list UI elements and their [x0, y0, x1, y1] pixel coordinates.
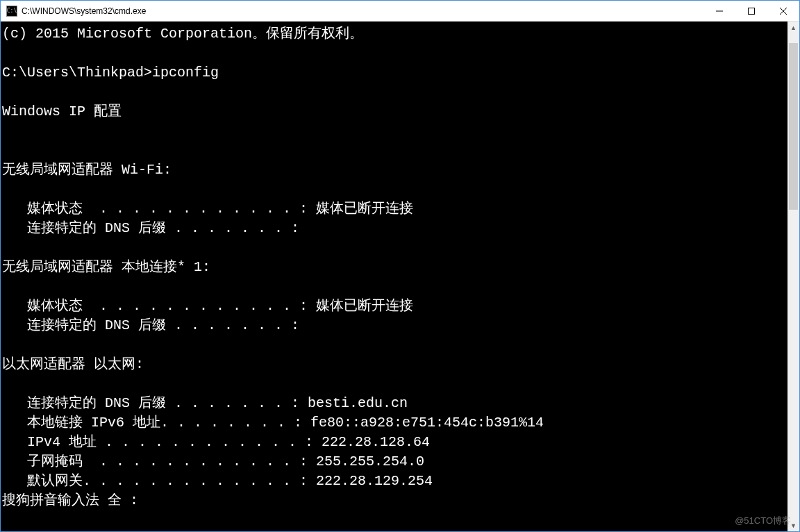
- cmd-icon-label: C:\: [7, 8, 17, 14]
- adapter-wifi-title: 无线局域网适配器 Wi-Fi:: [2, 162, 172, 178]
- adapter-local1-media-state: 媒体状态 . . . . . . . . . . . . : 媒体已断开连接: [2, 298, 413, 314]
- minimize-icon: [716, 8, 723, 15]
- adapter-ethernet-title: 以太网适配器 以太网:: [2, 356, 144, 372]
- copyright-line: (c) 2015 Microsoft Corporation。保留所有权利。: [2, 26, 363, 42]
- terminal-output[interactable]: (c) 2015 Microsoft Corporation。保留所有权利。 C…: [1, 22, 788, 531]
- adapter-ethernet-ipv6: 本地链接 IPv6 地址. . . . . . . . : fe80::a928…: [2, 415, 544, 431]
- adapter-wifi-dns-suffix: 连接特定的 DNS 后缀 . . . . . . . :: [2, 220, 299, 236]
- cmd-window: C:\ C:\WINDOWS\system32\cmd.exe (c) 2015…: [0, 0, 800, 532]
- adapter-local1-dns-suffix: 连接特定的 DNS 后缀 . . . . . . . :: [2, 317, 299, 333]
- scroll-thumb[interactable]: [789, 43, 798, 210]
- adapter-ethernet-subnet: 子网掩码 . . . . . . . . . . . . : 255.255.2…: [2, 454, 424, 469]
- close-button[interactable]: [767, 1, 799, 21]
- ipconfig-heading: Windows IP 配置: [2, 103, 122, 119]
- scroll-down-button[interactable]: ▼: [788, 519, 799, 531]
- adapter-ethernet-dns-suffix: 连接特定的 DNS 后缀 . . . . . . . : besti.edu.c…: [2, 395, 408, 411]
- close-icon: [780, 8, 787, 15]
- adapter-ethernet-gateway: 默认网关. . . . . . . . . . . . . : 222.28.1…: [2, 473, 433, 489]
- titlebar[interactable]: C:\ C:\WINDOWS\system32\cmd.exe: [1, 1, 799, 22]
- window-title: C:\WINDOWS\system32\cmd.exe: [22, 6, 703, 16]
- vertical-scrollbar[interactable]: ▲ ▼: [788, 22, 799, 531]
- prompt-line: C:\Users\Thinkpad>ipconfig: [2, 65, 219, 81]
- minimize-button[interactable]: [703, 1, 735, 21]
- ime-status-line: 搜狗拼音输入法 全 :: [2, 492, 138, 508]
- cmd-icon: C:\: [6, 6, 17, 17]
- client-area: (c) 2015 Microsoft Corporation。保留所有权利。 C…: [1, 22, 799, 531]
- scroll-track[interactable]: [788, 33, 799, 519]
- maximize-icon: [748, 8, 755, 15]
- scroll-up-button[interactable]: ▲: [788, 22, 799, 33]
- adapter-wifi-media-state: 媒体状态 . . . . . . . . . . . . : 媒体已断开连接: [2, 201, 413, 217]
- adapter-local1-title: 无线局域网适配器 本地连接* 1:: [2, 259, 210, 275]
- adapter-ethernet-ipv4: IPv4 地址 . . . . . . . . . . . . : 222.28…: [2, 434, 430, 450]
- window-controls: [703, 1, 799, 21]
- maximize-button[interactable]: [735, 1, 767, 21]
- svg-rect-1: [749, 8, 755, 14]
